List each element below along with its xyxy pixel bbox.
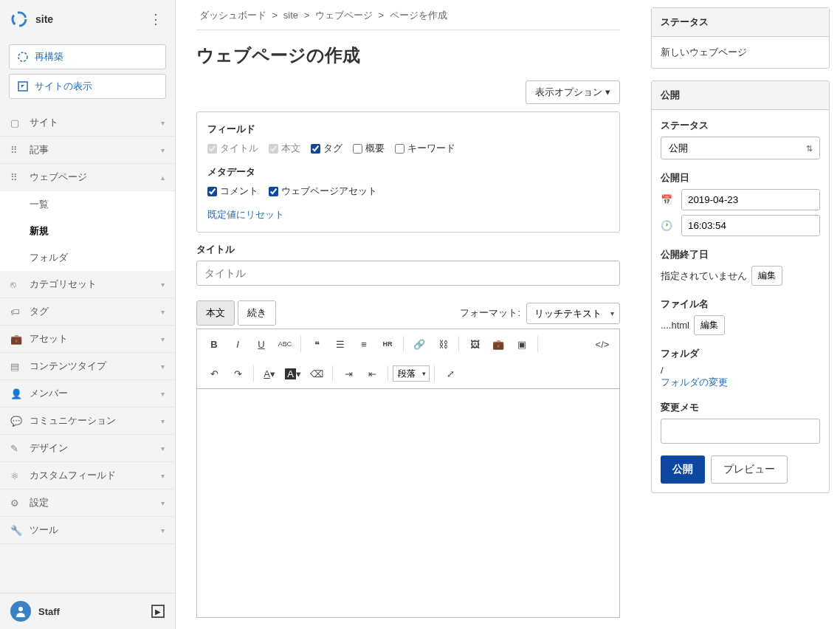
breadcrumb-dashboard[interactable]: ダッシュボード [199, 10, 266, 21]
reset-defaults-link[interactable]: 既定値にリセット [207, 209, 284, 220]
display-options-row: 表示オプション ▾ [196, 80, 620, 104]
chk-tags[interactable]: タグ [311, 142, 342, 155]
chevron-down-icon: ▾ [161, 472, 165, 480]
nav-category-set[interactable]: ⎋カテゴリセット▾ [0, 271, 175, 298]
content-type-icon: ▤ [10, 361, 22, 372]
status-panel-body: 新しいウェブページ [652, 37, 829, 68]
nav-members[interactable]: 👤メンバー▾ [0, 380, 175, 408]
status-select[interactable]: 公開 [661, 137, 820, 159]
communication-icon: 💬 [10, 416, 22, 427]
clear-format-button[interactable]: ⌫ [306, 363, 328, 384]
nav-tags[interactable]: 🏷タグ▾ [0, 298, 175, 326]
paragraph-select[interactable]: 段落 [393, 365, 430, 382]
filename-value: ....html [661, 320, 689, 331]
nav-settings[interactable]: ⚙設定▾ [0, 489, 175, 517]
strikethrough-button[interactable]: ABC [274, 334, 296, 354]
preview-button[interactable]: プレビュー [711, 456, 788, 484]
tab-more[interactable]: 続き [238, 300, 276, 326]
status-panel-header: ステータス [652, 8, 829, 37]
change-memo-input[interactable] [661, 419, 820, 444]
publish-panel: 公開 ステータス 公開 公開日 📅 🕐 公開終了日 指定さ [651, 80, 830, 493]
blockquote-button[interactable]: ❝ [306, 334, 328, 354]
publish-date-input[interactable] [681, 189, 820, 210]
bg-color-button[interactable]: A▾ [282, 363, 304, 384]
more-menu-button[interactable]: ⋮ [147, 11, 165, 27]
chevron-down-icon: ▾ [161, 362, 165, 371]
italic-button[interactable]: I [227, 334, 249, 354]
webpages-subnav: 一覧 新規 フォルダ [0, 191, 175, 271]
undo-button[interactable]: ↶ [203, 363, 225, 384]
custom-field-icon: ⚛ [10, 470, 22, 481]
nav-webpages[interactable]: ⠿ウェブページ▴ [0, 164, 175, 191]
view-site-label: サイトの表示 [35, 80, 92, 93]
chk-excerpt[interactable]: 概要 [353, 142, 385, 155]
bold-button[interactable]: B [203, 334, 225, 354]
nav-webpages-new[interactable]: 新規 [0, 218, 175, 244]
publish-button[interactable]: 公開 [661, 456, 705, 484]
metadata-checkboxes: コメント ウェブページアセット [207, 185, 609, 198]
metadata-heading: メタデータ [207, 165, 609, 179]
title-label: タイトル [196, 243, 620, 256]
nav-assets[interactable]: 💼アセット▾ [0, 326, 175, 353]
redo-button[interactable]: ↷ [227, 363, 249, 384]
tab-body[interactable]: 本文 [196, 300, 235, 326]
nav-webpages-folder[interactable]: フォルダ [0, 244, 175, 271]
play-button[interactable]: ▶ [151, 605, 165, 618]
calendar-icon: 📅 [661, 194, 675, 205]
format-select[interactable]: リッチテキスト [526, 303, 620, 324]
underline-button[interactable]: U [250, 334, 272, 354]
numbered-list-button[interactable]: ≡ [353, 334, 375, 354]
site-icon: ▢ [10, 117, 22, 128]
editor-header: 本文 続き フォーマット: リッチテキスト [196, 300, 620, 326]
chk-keywords[interactable]: キーワード [395, 142, 455, 155]
nav-entries[interactable]: ⠿記事▾ [0, 137, 175, 164]
outdent-button[interactable]: ⇤ [361, 363, 383, 384]
chk-comments[interactable]: コメント [207, 185, 258, 198]
publish-date-label: 公開日 [661, 171, 820, 185]
nav-webpages-list[interactable]: 一覧 [0, 191, 175, 218]
user-name: Staff [38, 606, 151, 617]
nav-tools[interactable]: 🔧ツール▾ [0, 517, 175, 544]
source-button[interactable]: </> [591, 334, 613, 354]
webpages-icon: ⠿ [10, 172, 22, 183]
nav-communication[interactable]: 💬コミュニケーション▾ [0, 408, 175, 435]
title-input[interactable] [196, 261, 620, 286]
asset-button[interactable]: 💼 [487, 334, 509, 354]
display-options-button[interactable]: 表示オプション ▾ [526, 80, 620, 104]
link-button[interactable]: 🔗 [408, 334, 430, 354]
unlink-button[interactable]: ⛓ [432, 334, 454, 354]
view-site-button[interactable]: サイトの表示 [9, 74, 166, 99]
breadcrumb-site[interactable]: site [283, 10, 298, 21]
hr-button[interactable]: HR [376, 334, 399, 354]
svg-point-1 [18, 52, 27, 61]
breadcrumb: ダッシュボード > site > ウェブページ > ページを作成 [196, 9, 620, 30]
unpublish-edit-button[interactable]: 編集 [751, 266, 782, 286]
bullet-list-button[interactable]: ☰ [329, 334, 351, 354]
image-button[interactable]: 🖼 [464, 334, 486, 354]
status-panel: ステータス 新しいウェブページ [651, 7, 830, 69]
embed-button[interactable]: ▣ [511, 334, 533, 354]
publish-time-input[interactable] [681, 215, 820, 236]
nav-site[interactable]: ▢サイト▾ [0, 109, 175, 137]
sidebar: site ⋮ 再構築 サイトの表示 ▢サイト▾ ⠿記事▾ ⠿ウェブページ▴ 一覧… [0, 0, 176, 629]
rebuild-button[interactable]: 再構築 [9, 44, 166, 69]
asset-icon: 💼 [10, 334, 22, 345]
avatar[interactable] [10, 601, 31, 622]
main-content: ダッシュボード > site > ウェブページ > ページを作成 ウェブページの… [176, 0, 641, 629]
indent-button[interactable]: ⇥ [337, 363, 359, 384]
chk-title[interactable]: タイトル [207, 142, 258, 155]
filename-edit-button[interactable]: 編集 [694, 315, 725, 335]
chk-body[interactable]: 本文 [269, 142, 300, 155]
fullscreen-button[interactable]: ⤢ [439, 363, 461, 384]
folder-change-link[interactable]: フォルダの変更 [661, 377, 728, 388]
nav-design[interactable]: ✎デザイン▾ [0, 435, 175, 462]
text-color-button[interactable]: A▾ [258, 363, 280, 384]
editor-body[interactable] [196, 389, 620, 618]
chevron-down-icon: ▾ [161, 499, 165, 507]
breadcrumb-webpages[interactable]: ウェブページ [315, 10, 373, 21]
sidebar-actions: 再構築 サイトの表示 [0, 38, 175, 109]
nav-custom-fields[interactable]: ⚛カスタムフィールド▾ [0, 462, 175, 489]
chk-page-assets[interactable]: ウェブページアセット [269, 185, 377, 198]
nav-content-types[interactable]: ▤コンテンツタイプ▾ [0, 353, 175, 380]
filename-label: ファイル名 [661, 298, 820, 311]
